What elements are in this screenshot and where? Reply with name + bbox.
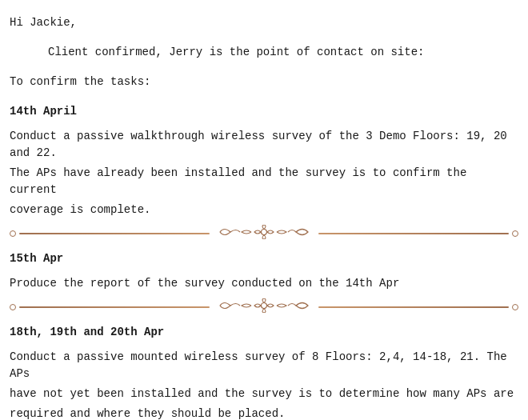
divider-ornament-1	[216, 225, 312, 242]
divider-line-left-1	[19, 233, 210, 234]
section-1-line-2: The APs have already been installed and …	[10, 165, 518, 198]
section-1: 14th April Conduct a passive walkthrough…	[10, 103, 518, 218]
divider-ornament-2	[216, 298, 312, 316]
section-3-line-2: have not yet been installed and the surv…	[10, 386, 518, 402]
divider-1	[10, 226, 518, 241]
section-3: 18th, 19th and 20th Apr Conduct a passiv…	[10, 324, 518, 420]
email-body: Hi Jackie, Client confirmed, Jerry is th…	[10, 14, 518, 420]
section-2: 15th Apr Produce the report of the surve…	[10, 250, 518, 292]
client-note: Client confirmed, Jerry is the point of …	[48, 44, 518, 61]
divider-dot-left-2	[10, 304, 16, 310]
date-1: 14th April	[10, 103, 518, 120]
section-2-line-1: Produce the report of the survey conduct…	[10, 275, 518, 292]
divider-dot-right-2	[512, 304, 518, 310]
divider-line-right-2	[318, 306, 509, 308]
svg-point-1	[262, 303, 267, 309]
section-1-line-3: coverage is complete.	[10, 202, 518, 218]
section-3-line-1: Conduct a passive mounted wireless surve…	[10, 349, 518, 382]
section-3-line-3: required and where they should be placed…	[10, 406, 518, 420]
divider-dot-left-1	[10, 230, 16, 237]
svg-point-0	[262, 230, 267, 235]
divider-2	[10, 300, 518, 314]
greeting-text: Hi Jackie,	[10, 14, 518, 31]
section-1-line-1: Conduct a passive walkthrough wireless s…	[10, 128, 518, 162]
divider-line-left-2	[19, 306, 210, 308]
confirm-tasks: To confirm the tasks:	[10, 74, 518, 90]
divider-line-right-1	[318, 233, 509, 234]
ornament-svg-1	[216, 225, 312, 239]
date-3: 18th, 19th and 20th Apr	[10, 324, 518, 341]
divider-dot-right-1	[512, 230, 518, 237]
ornament-svg-2	[216, 298, 312, 313]
date-2: 15th Apr	[10, 250, 518, 267]
